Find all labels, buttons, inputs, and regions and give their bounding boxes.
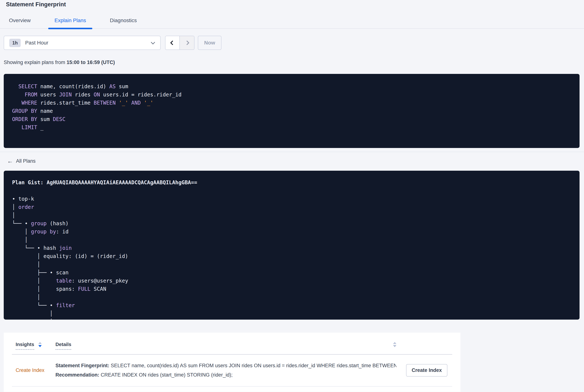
sort-desc-icon <box>38 345 42 347</box>
chevron-right-icon <box>185 40 189 45</box>
recommendation-text: CREATE INDEX ON rides (start_time) STORI… <box>99 372 233 378</box>
showing-prefix: Showing explain plans from <box>4 60 67 65</box>
tab-explain-plans[interactable]: Explain Plans <box>54 18 86 28</box>
time-range-badge: 1h <box>9 39 21 47</box>
time-picker-row: 1h Past Hour Now <box>4 36 580 50</box>
next-range-button[interactable] <box>180 36 194 50</box>
showing-range-text: Showing explain plans from 15:00 to 16:5… <box>4 60 584 65</box>
statement-fingerprint-text: SELECT name, count(rides.id) AS sum FROM… <box>109 363 396 368</box>
row-action-cell: Create Index <box>396 364 452 376</box>
showing-range: 15:00 to 16:59 (UTC) <box>67 60 115 65</box>
table-row: Create Index Statement Fingerprint: SELE… <box>12 354 452 386</box>
statement-fingerprint-label: Statement Fingerprint: <box>55 363 109 368</box>
chevron-left-icon <box>170 40 175 45</box>
sort-icon-insights <box>38 342 42 347</box>
column-header-details[interactable]: Details <box>55 342 396 350</box>
time-pager <box>165 36 194 50</box>
insights-table-header: Insights Details <box>12 332 452 354</box>
arrow-left-icon: ← <box>7 158 13 164</box>
insights-table: Insights Details Create Index Statement … <box>4 332 460 392</box>
all-plans-link[interactable]: ← All Plans <box>7 158 35 164</box>
recommendation-line: Recommendation: CREATE INDEX ON rides (s… <box>55 370 396 380</box>
sort-desc-icon <box>393 345 396 347</box>
tab-overview[interactable]: Overview <box>9 18 31 28</box>
page-title: Statement Fingerprint <box>6 1 584 8</box>
sort-asc-icon <box>393 342 396 344</box>
recommendation-label: Recommendation: <box>55 372 99 378</box>
details-header-label: Details <box>55 342 71 350</box>
tab-diagnostics[interactable]: Diagnostics <box>110 18 137 28</box>
column-header-insights[interactable]: Insights <box>16 342 55 350</box>
previous-range-button[interactable] <box>165 36 180 50</box>
sql-statement-block: SELECT name, count(rides.id) AS sum FROM… <box>4 74 580 148</box>
chevron-down-icon <box>151 40 155 44</box>
time-range-label: Past Hour <box>25 40 48 46</box>
insights-header-label: Insights <box>16 342 34 350</box>
create-index-link[interactable]: Create Index <box>16 368 55 373</box>
tab-bar: Overview Explain Plans Diagnostics <box>0 18 584 29</box>
create-index-button[interactable]: Create Index <box>406 364 447 376</box>
statement-fingerprint-line: Statement Fingerprint: SELECT name, coun… <box>55 361 396 370</box>
sort-asc-icon <box>38 342 42 344</box>
sort-icon-details <box>393 342 396 347</box>
time-range-select[interactable]: 1h Past Hour <box>4 36 161 50</box>
all-plans-label: All Plans <box>16 158 35 164</box>
section-divider <box>0 152 584 152</box>
plan-gist-block: Plan Gist: AgHUAQIABQAAAAHYAQIAiAEAAAADC… <box>4 171 580 320</box>
insight-details-cell: Statement Fingerprint: SELECT name, coun… <box>55 361 396 380</box>
now-button[interactable]: Now <box>198 36 221 50</box>
